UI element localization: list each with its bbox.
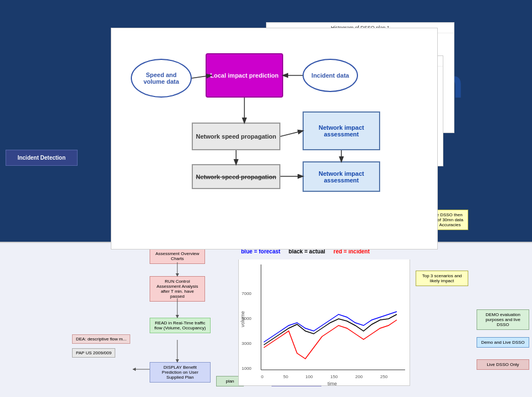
network-speed-prop-box-2: Network speed propagation: [192, 164, 280, 189]
dea-label: DEA: descriptive flow m...: [76, 337, 126, 342]
incident-data-label: Incident data: [311, 72, 349, 79]
plan-label: plan: [226, 379, 234, 384]
demo-eval-label: DEMO evaluation purposes and live DSSO: [485, 312, 520, 327]
main-flow-card: Speed and volume data Incident data Loca…: [111, 28, 438, 250]
network-speed-prop-label: Network speed propagation: [196, 133, 277, 140]
incident-data-box: Incident data: [303, 59, 358, 92]
bottom-area: Assessment Overview Charts DISPLAY Incid…: [0, 242, 532, 397]
svg-text:time: time: [328, 381, 337, 386]
svg-text:50: 50: [283, 374, 288, 379]
volume-chart-svg: 1000 3000 5000 7000 0 50 100 150 200 250…: [239, 259, 411, 386]
svg-text:200: 200: [355, 374, 363, 379]
svg-text:0: 0: [261, 374, 264, 379]
svg-text:250: 250: [380, 374, 388, 379]
top3-label: Top 3 scenarios and likely impact: [422, 273, 462, 283]
svg-text:100: 100: [305, 374, 313, 379]
speed-volume-box: Speed and volume data: [131, 59, 192, 98]
svg-text:3000: 3000: [242, 341, 252, 346]
incident-detection-label: Incident Detection: [18, 155, 66, 161]
demo-live-box[interactable]: Demo and Live DSSO: [477, 337, 529, 348]
assessment-overview-box: Assessment Overview Charts: [150, 248, 205, 264]
speed-volume-label: Speed and volume data: [135, 72, 188, 85]
svg-text:150: 150: [330, 374, 338, 379]
pap-box: PAP US 2009/009: [72, 348, 115, 358]
live-only-label: Live DSSO Only: [487, 362, 519, 367]
network-impact-label: Network impact assessment: [306, 124, 376, 138]
svg-text:volume: volume: [240, 311, 245, 327]
network-speed-prop-2-label: Network speed propagation: [196, 174, 277, 180]
network-impact-box: Network impact assessment: [303, 111, 380, 150]
pap-label: PAP US 2009/009: [76, 350, 111, 355]
flow-diagram: Speed and volume data Incident data Loca…: [120, 37, 429, 241]
network-impact-box-2: Network impact assessment: [303, 161, 380, 192]
read-traffic-box: READ in Real-Time traffic flow (Volume, …: [150, 318, 211, 333]
network-impact-2-label: Network impact assessment: [306, 170, 376, 184]
display-benefit-label: DISPLAY Benefit Prediction on User Suppl…: [162, 365, 198, 380]
demo-live-label: Demo and Live DSSO: [481, 340, 525, 345]
read-traffic-label: READ in Real-Time traffic flow (Volume, …: [155, 320, 206, 330]
live-only-box[interactable]: Live DSSO Only: [477, 359, 529, 370]
dea-box: DEA: descriptive flow m...: [72, 334, 130, 344]
run-control-box: RUN Control Assessment Analysis after T …: [150, 276, 205, 302]
local-impact-label: Local impact prediction: [210, 72, 278, 79]
local-impact-box: Local impact prediction: [206, 53, 283, 98]
chart-area: 1000 3000 5000 7000 0 50 100 150 200 250…: [238, 258, 410, 386]
top3-box: Top 3 scenarios and likely impact: [416, 271, 468, 286]
display-benefit-box[interactable]: DISPLAY Benefit Prediction on User Suppl…: [150, 362, 211, 383]
assessment-overview-label: Assessment Overview Charts: [155, 251, 199, 261]
svg-text:1000: 1000: [242, 366, 252, 371]
demo-eval-box: DEMO evaluation purposes and live DSSO: [477, 309, 529, 330]
svg-line-47: [280, 131, 303, 136]
incident-detection-box: Incident Detection: [6, 150, 78, 166]
network-speed-prop-box: Network speed propagation: [192, 123, 280, 150]
svg-text:7000: 7000: [242, 291, 252, 296]
run-control-label: RUN Control Assessment Analysis after T …: [156, 279, 198, 299]
